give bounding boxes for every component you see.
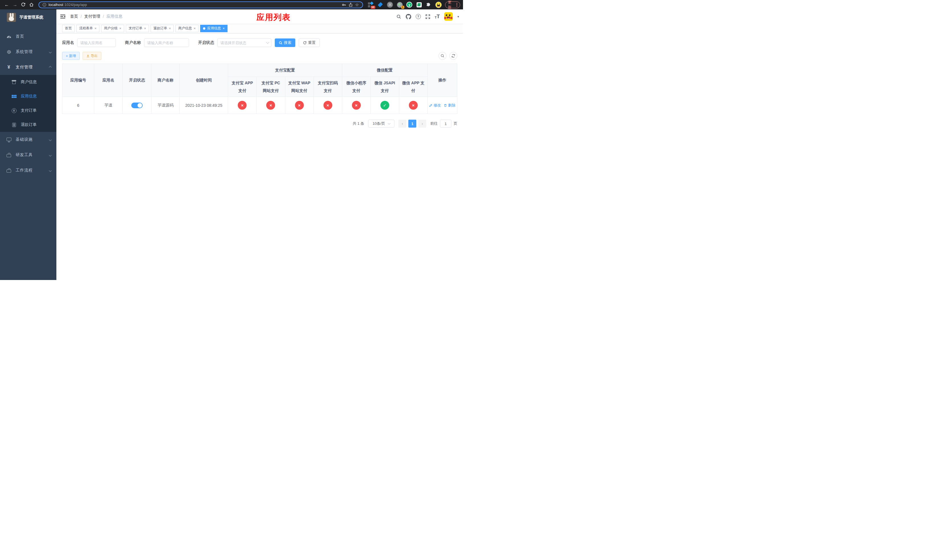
sidebar-item-home[interactable]: 首页	[0, 29, 56, 44]
sidebar-item-label: 支付订单	[21, 108, 37, 113]
goto-label: 前往	[430, 121, 438, 126]
tab-user-group[interactable]: 用户分组 ×	[101, 25, 124, 32]
prev-page-button[interactable]: ‹	[398, 120, 406, 128]
toggle-search-button[interactable]	[439, 52, 446, 60]
url-bar[interactable]: localhost:1024/pay/app ☆	[38, 2, 363, 8]
status-select-input[interactable]	[217, 38, 271, 47]
export-button[interactable]: 导出	[83, 52, 101, 60]
search-button[interactable]: 搜索	[275, 38, 295, 47]
close-icon[interactable]: ×	[194, 26, 196, 30]
sidebar-item-refund-order[interactable]: 退款订单	[0, 118, 56, 132]
search-icon	[279, 41, 283, 45]
sidebar-item-pay-order[interactable]: ¥ 支付订单	[0, 103, 56, 118]
reset-button-label: 重置	[308, 40, 316, 45]
page-size-value: 10条/页	[372, 121, 385, 126]
close-icon[interactable]: ×	[95, 26, 97, 30]
update-button[interactable]: 更新	[445, 2, 460, 8]
breadcrumb-payment[interactable]: 支付管理	[84, 14, 100, 19]
cell-created-at: 2021-10-23 08:49:25	[180, 97, 228, 114]
pagination: 共 1 条 10条/页 ‹ 1 › 前往 页	[62, 120, 457, 128]
extension-icon-diamond[interactable]: 10	[368, 2, 374, 8]
add-button-label: 新增	[69, 53, 76, 58]
wechat-jsapi-status-icon: ✓	[380, 101, 389, 110]
merchant-name-input[interactable]	[144, 38, 189, 47]
close-icon[interactable]: ×	[119, 26, 121, 30]
goto-page-input[interactable]	[440, 120, 451, 128]
font-size-icon[interactable]: TT	[435, 14, 440, 19]
reset-button[interactable]: 重置	[299, 38, 320, 47]
extensions-strip: 10 ⌘ 1 y	[368, 2, 442, 8]
edit-pencil-icon	[429, 104, 433, 107]
tab-process-form[interactable]: 流程表单 ×	[76, 25, 99, 32]
tab-pay-order[interactable]: 支付订单 ×	[126, 25, 149, 32]
info-icon[interactable]	[42, 3, 47, 7]
col-wechat-app: 微信 APP 支付	[399, 77, 427, 97]
edit-link[interactable]: 修改	[429, 103, 441, 108]
home-icon[interactable]	[27, 1, 35, 9]
sidebar-item-merchant-info[interactable]: 商户信息	[0, 75, 56, 89]
extension-icon-green-square[interactable]	[416, 2, 422, 8]
fullscreen-icon[interactable]	[425, 14, 430, 19]
sidebar-item-system[interactable]: 系统管理	[0, 44, 56, 59]
tab-merchant-info[interactable]: 商户信息 ×	[176, 25, 198, 32]
tab-label: 首页	[65, 26, 72, 31]
sidebar-item-workflow[interactable]: 工作流程	[0, 163, 56, 178]
close-icon[interactable]: ×	[169, 26, 171, 30]
toolbox-icon	[6, 153, 11, 157]
col-app-id: 应用编号	[62, 64, 94, 97]
github-icon[interactable]	[406, 14, 411, 20]
kebab-menu-icon[interactable]	[457, 3, 457, 6]
sidebar-item-dev-tools[interactable]: 研发工具	[0, 147, 56, 163]
extensions-puzzle-icon[interactable]	[426, 2, 432, 8]
close-icon[interactable]: ×	[223, 26, 225, 30]
col-enabled: 开启状态	[123, 64, 151, 97]
breadcrumb-current: 应用信息	[106, 14, 123, 19]
tab-app-info[interactable]: 应用信息 ×	[200, 25, 227, 32]
shop-icon	[11, 80, 17, 84]
chevron-down-icon	[49, 169, 52, 172]
enabled-toggle[interactable]	[131, 103, 143, 108]
extension-icon-kite[interactable]	[377, 2, 384, 8]
extension-icon-command[interactable]: ⌘	[387, 2, 393, 8]
profile-avatar-emoji[interactable]	[436, 2, 442, 8]
search-button-label: 搜索	[284, 40, 291, 45]
extension-icon-yuque[interactable]: y	[406, 2, 413, 8]
download-icon	[86, 54, 90, 58]
forward-icon[interactable]: →	[11, 1, 19, 9]
app-name-input[interactable]	[77, 38, 116, 47]
help-icon[interactable]: ?	[416, 14, 421, 19]
back-icon[interactable]: ←	[3, 1, 11, 9]
wechat-app-status-icon: ×	[409, 101, 418, 110]
chevron-down-icon	[387, 122, 390, 125]
avatar[interactable]	[444, 12, 453, 21]
sidebar-item-app-info[interactable]: 应用信息	[0, 89, 56, 103]
edit-label: 修改	[433, 103, 441, 108]
password-key-icon[interactable]	[342, 3, 346, 7]
tab-refund-order[interactable]: 退款订单 ×	[151, 25, 174, 32]
extension-icon-recorder[interactable]: 1	[396, 2, 403, 8]
status-select[interactable]	[217, 38, 271, 47]
chevron-up-icon	[49, 66, 52, 69]
refresh-table-button[interactable]	[449, 52, 457, 60]
current-page-button[interactable]: 1	[409, 120, 416, 128]
delete-link[interactable]: 删除	[443, 103, 455, 108]
reload-icon[interactable]	[20, 1, 27, 9]
next-page-button[interactable]: ›	[418, 120, 426, 128]
tab-label: 退款订单	[153, 26, 167, 31]
col-wechat-mini: 微信小程序支付	[342, 77, 371, 97]
sidebar-fold-icon[interactable]	[61, 14, 65, 19]
close-icon[interactable]: ×	[144, 26, 146, 30]
share-icon[interactable]	[348, 3, 353, 7]
caret-down-icon[interactable]: ▾	[457, 15, 459, 18]
tab-home[interactable]: 首页	[62, 25, 75, 32]
col-operations: 操作	[427, 64, 457, 97]
sidebar-item-payment[interactable]: ¥ 支付管理	[0, 59, 56, 75]
sidebar-item-infrastructure[interactable]: 基础设施	[0, 132, 56, 147]
app-logo-row[interactable]: 芋道管理系统	[0, 9, 56, 25]
add-button[interactable]: + 新增	[62, 52, 80, 60]
bookmark-star-icon[interactable]: ☆	[355, 2, 359, 8]
breadcrumb-home[interactable]: 首页	[70, 14, 78, 19]
search-icon[interactable]	[396, 14, 401, 19]
search-form: 应用名 商户名称 开启状态 搜索 重置	[62, 38, 457, 47]
page-size-select[interactable]: 10条/页	[368, 120, 394, 128]
